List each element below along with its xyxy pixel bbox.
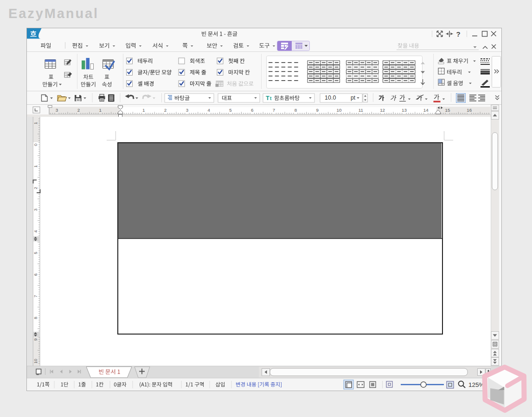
svg-text:pt: pt xyxy=(351,95,356,101)
svg-text:14: 14 xyxy=(423,107,429,113)
svg-text:15: 15 xyxy=(445,107,450,113)
svg-text:5: 5 xyxy=(229,107,232,113)
svg-text:T: T xyxy=(266,95,269,101)
svg-text:1: 1 xyxy=(33,165,38,168)
svg-text:6: 6 xyxy=(33,273,38,276)
svg-text:4: 4 xyxy=(33,230,38,233)
svg-text:2: 2 xyxy=(33,187,38,189)
svg-text:16: 16 xyxy=(467,107,472,113)
svg-text:1: 1 xyxy=(142,107,145,113)
svg-text:10.0: 10.0 xyxy=(325,95,336,101)
svg-text:1: 1 xyxy=(99,107,101,113)
svg-text:9: 9 xyxy=(316,107,318,113)
svg-text:8: 8 xyxy=(295,107,297,113)
svg-text:3: 3 xyxy=(56,107,58,113)
svg-text:5: 5 xyxy=(33,252,38,254)
svg-text:3: 3 xyxy=(186,107,189,113)
svg-text:2: 2 xyxy=(77,107,80,113)
svg-text:10: 10 xyxy=(337,107,342,113)
svg-text:7: 7 xyxy=(33,295,38,297)
svg-text:11: 11 xyxy=(359,107,363,113)
svg-text:EazyManual: EazyManual xyxy=(8,6,99,21)
svg-text:12: 12 xyxy=(380,107,385,113)
svg-text:1: 1 xyxy=(33,122,38,124)
svg-text:125%: 125% xyxy=(468,381,485,388)
svg-text:6: 6 xyxy=(251,107,254,113)
svg-text:3: 3 xyxy=(33,208,38,211)
svg-text:0: 0 xyxy=(33,144,38,146)
svg-text:?: ? xyxy=(456,30,460,38)
svg-text:4: 4 xyxy=(207,107,210,113)
svg-text:2: 2 xyxy=(164,107,167,113)
svg-text:10: 10 xyxy=(33,359,38,363)
svg-text:7: 7 xyxy=(273,107,275,113)
svg-text:8: 8 xyxy=(33,317,38,319)
svg-text:13: 13 xyxy=(402,107,407,113)
svg-text:9: 9 xyxy=(33,338,38,341)
